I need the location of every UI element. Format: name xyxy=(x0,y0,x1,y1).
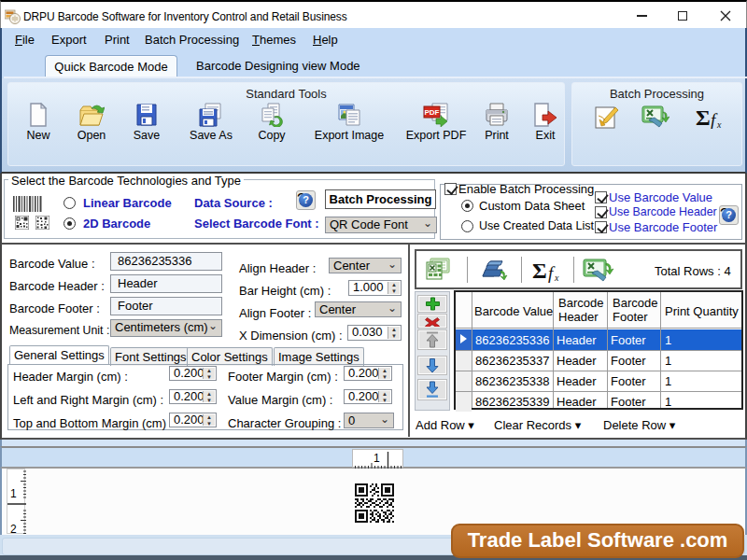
svg-text:x: x xyxy=(716,119,722,129)
svg-text:x: x xyxy=(554,273,559,283)
svg-text:PDF: PDF xyxy=(425,108,440,117)
svg-text:Σ: Σ xyxy=(696,106,711,129)
svg-text:Σ: Σ xyxy=(532,259,547,283)
